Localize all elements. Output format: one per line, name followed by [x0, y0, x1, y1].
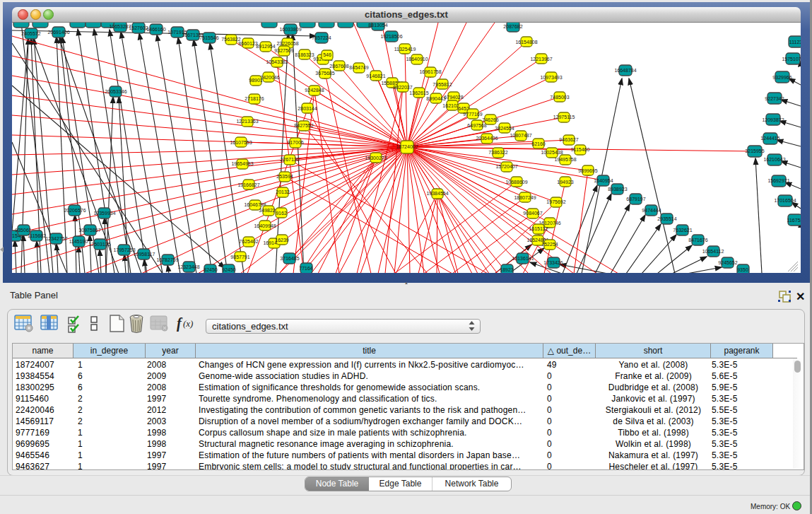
svg-text:6879197: 6879197: [626, 197, 645, 201]
svg-text:18724007: 18724007: [396, 144, 418, 149]
svg-text:7857224: 7857224: [312, 35, 331, 40]
svg-text:10025438: 10025438: [541, 150, 563, 155]
svg-text:10654112: 10654112: [702, 249, 724, 254]
svg-text:252254: 252254: [541, 242, 558, 247]
svg-text:15720407: 15720407: [495, 164, 517, 169]
svg-text:12975115: 12975115: [553, 115, 575, 119]
svg-text:11325419: 11325419: [394, 47, 416, 52]
svg-text:15692971: 15692971: [767, 178, 789, 183]
svg-text:14136141: 14136141: [512, 256, 534, 261]
svg-text:9857791: 9857791: [230, 255, 249, 259]
svg-text:98901: 98901: [249, 78, 263, 83]
svg-text:17957253: 17957253: [113, 247, 135, 252]
svg-text:12093872: 12093872: [762, 117, 784, 122]
svg-text:16239: 16239: [275, 238, 289, 243]
svg-text:8427552: 8427552: [294, 123, 313, 128]
svg-text:10973493: 10973493: [540, 75, 562, 80]
svg-text:17016504: 17016504: [774, 198, 796, 203]
svg-text:20053346: 20053346: [105, 89, 126, 94]
svg-text:8813054: 8813054: [368, 23, 387, 28]
svg-text:19384554: 19384554: [426, 191, 448, 196]
svg-text:9227342: 9227342: [765, 96, 784, 101]
svg-text:19495758: 19495758: [554, 157, 576, 162]
svg-text:1115682: 1115682: [28, 233, 46, 238]
svg-text:9350: 9350: [737, 267, 748, 272]
svg-text:16961758: 16961758: [419, 69, 441, 74]
svg-text:20691406: 20691406: [47, 30, 69, 35]
svg-text:746266: 746266: [482, 117, 498, 122]
svg-text:546: 546: [323, 52, 331, 57]
svg-text:23226058: 23226058: [276, 41, 298, 46]
svg-text:7632621: 7632621: [673, 228, 692, 233]
svg-text:10807487: 10807487: [510, 133, 531, 138]
svg-text:3215955: 3215955: [745, 148, 764, 153]
svg-text:12213967: 12213967: [530, 57, 552, 62]
svg-text:18640910: 18640910: [406, 57, 428, 62]
svg-text:16107553: 16107553: [230, 140, 252, 145]
svg-text:3716485: 3716485: [280, 256, 299, 261]
svg-text:1527602: 1527602: [129, 25, 148, 30]
svg-text:1145190: 1145190: [69, 239, 88, 244]
svg-text:10688609: 10688609: [505, 180, 527, 185]
svg-text:9474444: 9474444: [642, 208, 661, 213]
svg-text:19300273: 19300273: [365, 156, 387, 160]
svg-text:9084067: 9084067: [523, 211, 542, 216]
svg-text:6466160: 6466160: [146, 27, 165, 32]
svg-text:1640954: 1640954: [594, 178, 613, 183]
svg-text:7515546: 7515546: [199, 35, 218, 40]
svg-text:16648784: 16648784: [614, 68, 636, 73]
svg-text:30975867: 30975867: [78, 228, 100, 233]
svg-text:9329966: 9329966: [772, 75, 792, 80]
svg-text:10543382: 10543382: [266, 59, 288, 64]
svg-text:9327509: 9327509: [274, 48, 293, 53]
svg-text:11123: 11123: [789, 40, 801, 45]
svg-text:8938923: 8938923: [608, 187, 627, 192]
svg-text:82450: 82450: [204, 267, 218, 272]
svg-text:12213363: 12213363: [236, 119, 258, 124]
svg-text:7955812: 7955812: [433, 82, 452, 87]
svg-text:f: f: [177, 315, 183, 332]
svg-text:92450: 92450: [222, 267, 236, 272]
svg-text:2087682: 2087682: [503, 24, 522, 29]
svg-text:9463627: 9463627: [559, 137, 578, 142]
svg-text:917006: 917006: [287, 140, 303, 145]
svg-text:1975692: 1975692: [546, 199, 565, 204]
svg-text:19654983: 19654983: [231, 161, 253, 166]
svg-text:19166827: 19166827: [237, 182, 259, 187]
svg-text:6794028: 6794028: [444, 95, 463, 100]
svg-text:3675685: 3675685: [315, 71, 334, 76]
svg-text:9242848: 9242848: [305, 88, 324, 93]
svg-text:7625402: 7625402: [239, 239, 258, 244]
svg-text:20364436: 20364436: [476, 136, 498, 141]
svg-text:8322037: 8322037: [393, 85, 412, 90]
svg-text:2405572: 2405572: [21, 31, 40, 36]
svg-text:2803144: 2803144: [298, 106, 317, 111]
svg-text:9162: 9162: [276, 211, 287, 216]
svg-text:1362615: 1362615: [409, 90, 428, 95]
svg-text:8912954: 8912954: [256, 44, 275, 49]
svg-text:1733426: 1733426: [543, 260, 563, 265]
svg-text:2935514: 2935514: [657, 216, 676, 221]
svg-text:8186323: 8186323: [295, 52, 314, 57]
svg-text:20132: 20132: [276, 189, 290, 194]
svg-text:16409948: 16409948: [254, 223, 276, 228]
svg-text:12342757: 12342757: [45, 236, 67, 241]
svg-text:16782759: 16782759: [156, 257, 178, 262]
svg-text:9146821: 9146821: [366, 74, 385, 78]
svg-text:12503135: 12503135: [88, 242, 110, 247]
svg-text:253594: 253594: [276, 174, 293, 179]
svg-text:16154808: 16154808: [515, 40, 537, 45]
svg-text:7386322: 7386322: [488, 150, 507, 155]
svg-text:2267130: 2267130: [280, 157, 299, 162]
svg-text:16046798: 16046798: [244, 202, 266, 207]
svg-text:18807249: 18807249: [514, 195, 536, 200]
svg-text:18923: 18923: [500, 267, 514, 272]
svg-text:1244415: 1244415: [760, 136, 779, 141]
svg-text:16033809: 16033809: [279, 27, 301, 32]
svg-text:10653287: 10653287: [109, 24, 131, 29]
svg-text:935061: 935061: [15, 228, 31, 233]
svg-text:1615132: 1615132: [529, 226, 548, 231]
svg-text:116753: 116753: [787, 218, 801, 223]
svg-text:8990443: 8990443: [426, 96, 445, 101]
svg-text:3824554: 3824554: [495, 126, 514, 131]
